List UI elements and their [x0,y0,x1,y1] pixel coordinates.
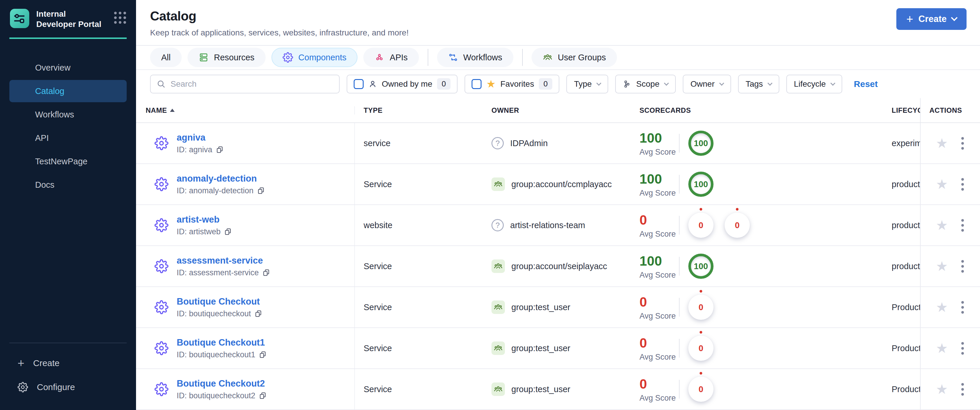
logo-glyph [13,12,26,25]
scorecard-badge[interactable]: 100 [688,254,713,279]
copy-icon[interactable] [262,269,270,276]
lifecycle-cell: Production [892,369,920,409]
lifecycle-cell: production [892,246,920,286]
scorecard-badge[interactable]: 100 [688,172,713,197]
sidebar-nav-item[interactable]: Overview [10,56,127,79]
tab-user-groups-label: User Groups [558,53,606,62]
scorecard-badge[interactable]: 0 [725,213,750,238]
search-icon [156,79,166,89]
scorecard-badge[interactable]: 0 [688,376,713,402]
type-cell: service [355,123,487,163]
owner-filter-dropdown[interactable]: Owner [683,75,731,93]
kebab-menu-icon[interactable] [959,381,966,397]
sidebar-configure-button[interactable]: Configure [0,376,136,398]
owner-filter-label: Owner [690,79,714,89]
entity-name-link[interactable]: Boutique Checkout [177,297,262,307]
search-input[interactable] [170,79,333,89]
tab-components-label: Components [298,53,346,62]
entity-name-link[interactable]: Boutique Checkout2 [177,378,267,389]
scorecard-badge[interactable]: 0 [688,336,713,361]
kebab-menu-icon[interactable] [959,176,966,192]
favorite-star-icon[interactable]: ★ [936,383,948,396]
app-switcher-icon[interactable] [114,12,126,24]
type-value: Service [364,262,392,271]
create-button[interactable]: + Create [896,8,967,30]
filter-bar: Owned by me 0 ★ Favorites 0 Type Scope O… [136,70,980,98]
kebab-menu-icon[interactable] [959,258,966,274]
column-header-owner[interactable]: OWNER [487,106,637,115]
copy-icon[interactable] [257,187,265,195]
chevron-down-icon [767,81,772,86]
sidebar-nav-item[interactable]: Docs [10,174,127,196]
component-gear-icon [154,136,169,150]
scorecard-badge[interactable]: 0 [688,213,713,238]
kebab-menu-icon[interactable] [959,299,966,316]
sidebar-nav-item[interactable]: API [10,127,127,149]
favorites-checkbox[interactable] [472,79,482,89]
type-cell: Service [355,164,487,204]
name-stack: Boutique Checkout2 ID: boutiquecheckout2 [177,378,267,400]
scorecard-badge[interactable]: 100 [688,131,713,156]
avg-score-label: Avg Score [640,394,679,403]
tab-apis-label: APIs [390,53,407,62]
sidebar-nav-item[interactable]: Workflows [10,104,127,126]
copy-icon[interactable] [255,310,262,317]
favorite-star-icon[interactable]: ★ [936,341,948,355]
tab-all[interactable]: All [150,48,182,67]
reset-filters-link[interactable]: Reset [854,79,878,89]
sidebar-nav-item-label: TestNewPage [35,157,88,166]
sidebar-create-button[interactable]: + Create [0,352,136,374]
tab-workflows[interactable]: Workflows [437,48,514,67]
lifecycle-cell: production [892,205,920,246]
sidebar-nav-item[interactable]: Catalog [10,80,127,102]
owned-by-me-checkbox[interactable] [354,79,364,89]
type-cell: website [355,205,487,246]
scope-filter-dropdown[interactable]: Scope [615,75,676,93]
column-header-type[interactable]: TYPE [355,106,487,115]
column-header-scorecards[interactable]: SCORECARDS [637,106,892,115]
entity-name-link[interactable]: assessment-service [177,255,270,266]
scorecard-badges: 0 [688,376,713,402]
favorites-filter[interactable]: ★ Favorites 0 [465,75,559,93]
owned-by-me-filter[interactable]: Owned by me 0 [347,75,458,93]
lifecycle-value: experimental [892,139,920,148]
tab-resources[interactable]: Resources [188,48,266,67]
owner-cell: ? group:test_user [487,369,637,409]
entity-name-link[interactable]: artist-web [177,214,232,225]
entity-name-link[interactable]: anomaly-detection [177,173,265,184]
column-header-lifecycle[interactable]: LIFECYCLE [892,106,920,115]
type-cell: Service [355,287,487,327]
copy-icon[interactable] [259,351,267,359]
entity-name-link[interactable]: Boutique Checkout1 [177,337,267,348]
actions-cell: ★ [920,164,980,204]
owner-value: group:test_user [511,384,570,394]
favorite-star-icon[interactable]: ★ [936,219,948,232]
scope-hierarchy-icon [623,80,631,88]
sidebar-nav-item[interactable]: TestNewPage [10,150,127,172]
tags-filter-dropdown[interactable]: Tags [738,75,779,93]
kebab-menu-icon[interactable] [959,340,966,356]
kebab-menu-icon[interactable] [959,135,966,152]
type-cell: Service [355,246,487,286]
favorite-star-icon[interactable]: ★ [936,177,948,191]
favorite-star-icon[interactable]: ★ [936,136,948,150]
lifecycle-filter-dropdown[interactable]: Lifecycle [786,75,842,93]
copy-icon[interactable] [216,146,223,153]
copy-icon[interactable] [224,228,232,236]
score-divider [679,216,679,235]
tab-components[interactable]: Components [272,48,358,67]
scorecard-badge[interactable]: 0 [688,295,713,320]
kebab-menu-icon[interactable] [959,217,966,233]
owner-group-icon [492,260,505,273]
favorite-star-icon[interactable]: ★ [936,260,948,273]
owned-by-me-label: Owned by me [382,79,433,89]
avg-score-block: 0 Avg Score [640,212,679,239]
type-filter-dropdown[interactable]: Type [566,75,608,93]
column-header-name[interactable]: NAME [146,106,355,115]
tab-user-groups[interactable]: User Groups [531,48,617,67]
copy-icon[interactable] [259,392,267,399]
entity-id: ID: boutiquecheckout [177,309,262,318]
tab-apis[interactable]: APIs [363,48,418,67]
favorite-star-icon[interactable]: ★ [936,300,948,314]
entity-name-link[interactable]: agniva [177,132,223,143]
